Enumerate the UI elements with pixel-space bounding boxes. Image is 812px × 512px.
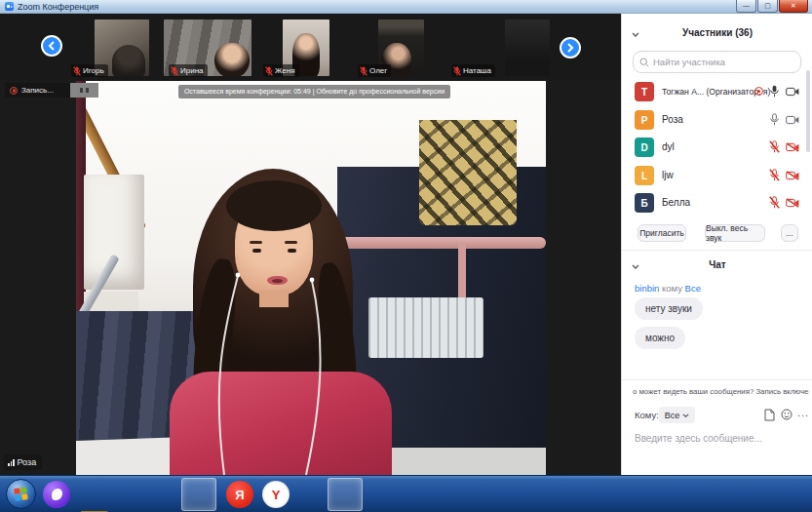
video-thumbnail-strip: Игорь Ирина Женя Олег Наташа <box>0 14 621 80</box>
mic-on-icon[interactable] <box>769 85 780 98</box>
participants-more-button[interactable]: ... <box>781 224 798 242</box>
participant-name: ljw <box>662 170 674 180</box>
stop-icon <box>86 88 89 93</box>
divider <box>622 250 812 251</box>
mic-muted-icon[interactable] <box>769 169 780 181</box>
zoom-window: Zoom Конференция — ▢ ✕ Игорь Ирина Женя … <box>0 0 812 512</box>
participant-name: Роза <box>662 114 683 125</box>
chat-bubble: нету звуки <box>635 297 703 320</box>
participant-row[interactable]: L ljw <box>622 162 812 189</box>
camera-off-icon[interactable] <box>786 198 799 208</box>
chat-privacy-notice: о может видеть ваши сообщения? Запись вк… <box>630 384 809 399</box>
close-button[interactable]: ✕ <box>779 0 808 13</box>
scrollbar[interactable] <box>806 70 810 152</box>
participant-row[interactable]: P Роза <box>622 106 812 134</box>
chat-message-input[interactable] <box>635 433 806 444</box>
attach-file-icon[interactable] <box>764 409 775 421</box>
chat-bubble: можно <box>635 327 685 349</box>
time-remaining-banner[interactable]: Оставшееся время конференции: 05:49 | Об… <box>178 85 450 98</box>
chat-recipient[interactable]: Все <box>685 283 701 294</box>
participants-title: Участники (36) <box>622 27 812 38</box>
chevron-down-icon <box>682 414 689 417</box>
invite-button[interactable]: Пригласить <box>638 224 686 242</box>
camera-on-icon[interactable] <box>786 87 799 97</box>
thumbnail-name-badge: Наташа <box>451 64 495 77</box>
recording-indicator[interactable]: Запись... <box>5 83 98 98</box>
minimize-button[interactable]: — <box>736 0 756 13</box>
start-button[interactable] <box>6 479 36 509</box>
mic-muted-icon[interactable] <box>769 140 780 153</box>
taskbar-yandex-icon[interactable]: Я <box>226 481 253 508</box>
thumbnail-name-badge: Олег <box>358 64 391 77</box>
speaker-name-badge: Роза <box>4 454 42 470</box>
avatar: T <box>635 82 654 101</box>
speaker-name: Роза <box>18 457 37 467</box>
chat-title: Чат <box>622 259 812 270</box>
participant-row[interactable]: T Тогжан А... (Организатор, я) <box>622 78 812 105</box>
mic-muted-icon <box>171 66 178 76</box>
chat-message-meta: binbin кому Все <box>635 283 701 294</box>
avatar: D <box>635 138 654 157</box>
recipient-value: Все <box>665 411 680 420</box>
record-dot-icon <box>10 87 18 95</box>
taskbar: Я Y RU 12:28 30.12.2021 <box>0 475 812 512</box>
avatar: L <box>635 166 654 185</box>
mic-muted-icon <box>453 66 461 76</box>
taskbar-alice-icon[interactable] <box>43 481 70 508</box>
sidebar-panel: Участники (36) T Тогжан А... (Организато… <box>621 14 812 475</box>
thumbnail-name: Наташа <box>463 66 491 75</box>
thumbnail-name-badge: Игорь <box>71 64 108 77</box>
recording-controls[interactable] <box>70 83 98 98</box>
search-input[interactable] <box>653 57 780 67</box>
mic-on-icon[interactable] <box>769 113 780 126</box>
mic-muted-icon <box>360 66 367 76</box>
chat-to-label: кому <box>662 283 682 294</box>
chevron-right-icon <box>566 43 574 53</box>
thumbnail-name: Олег <box>369 66 387 75</box>
thumbnail-name-badge: Женя <box>263 64 299 77</box>
recording-badge-icon <box>754 87 763 96</box>
chevron-left-icon <box>48 41 56 51</box>
previous-page-button[interactable] <box>41 35 62 57</box>
participant-search[interactable] <box>633 51 801 73</box>
divider <box>622 379 812 380</box>
thumbnail-name: Ирина <box>180 66 204 75</box>
camera-off-icon[interactable] <box>786 171 799 180</box>
recipient-dropdown[interactable]: Все <box>659 407 695 423</box>
thumbnail-name: Игорь <box>83 66 104 75</box>
taskbar-yandex-browser-icon[interactable]: Y <box>262 481 290 508</box>
thumbnail-name: Женя <box>275 66 295 75</box>
main-video-area: Запись... Оставшееся время конференции: … <box>0 80 621 475</box>
active-app-highlight <box>328 478 363 511</box>
window-title: Zoom Конференция <box>18 2 98 12</box>
main-video[interactable] <box>76 81 546 475</box>
chat-input-row <box>635 433 806 444</box>
chat-more-button[interactable]: ... <box>797 407 809 418</box>
mute-all-button[interactable]: Выкл. весь звук <box>705 224 765 242</box>
to-label: Кому: <box>635 410 659 420</box>
title-bar[interactable]: Zoom Конференция — ▢ ✕ <box>0 0 812 14</box>
maximize-button[interactable]: ▢ <box>757 0 778 13</box>
earphone-cord <box>76 81 546 475</box>
avatar: Б <box>635 193 654 213</box>
participant-row[interactable]: D dyl <box>622 134 812 161</box>
recording-label: Запись... <box>21 86 54 95</box>
participant-name: dyl <box>662 141 675 152</box>
participant-silhouette <box>214 43 250 76</box>
audio-level-icon <box>8 459 15 466</box>
emoji-icon[interactable] <box>781 409 793 420</box>
mic-muted-icon <box>73 66 81 76</box>
participant-row[interactable]: Б Белла <box>622 189 812 217</box>
active-app-highlight <box>181 478 216 511</box>
next-page-button[interactable] <box>560 37 581 59</box>
chat-sender: binbin <box>635 283 659 294</box>
camera-off-icon[interactable] <box>786 142 799 152</box>
mic-muted-icon[interactable] <box>769 196 780 209</box>
search-icon <box>639 58 649 67</box>
participant-name: Белла <box>662 197 690 208</box>
thumbnail-name-badge: Ирина <box>169 64 208 77</box>
video-thumbnail[interactable] <box>505 20 550 76</box>
camera-on-icon[interactable] <box>786 115 799 125</box>
zoom-app-icon <box>5 2 14 11</box>
participant-silhouette <box>112 45 145 76</box>
